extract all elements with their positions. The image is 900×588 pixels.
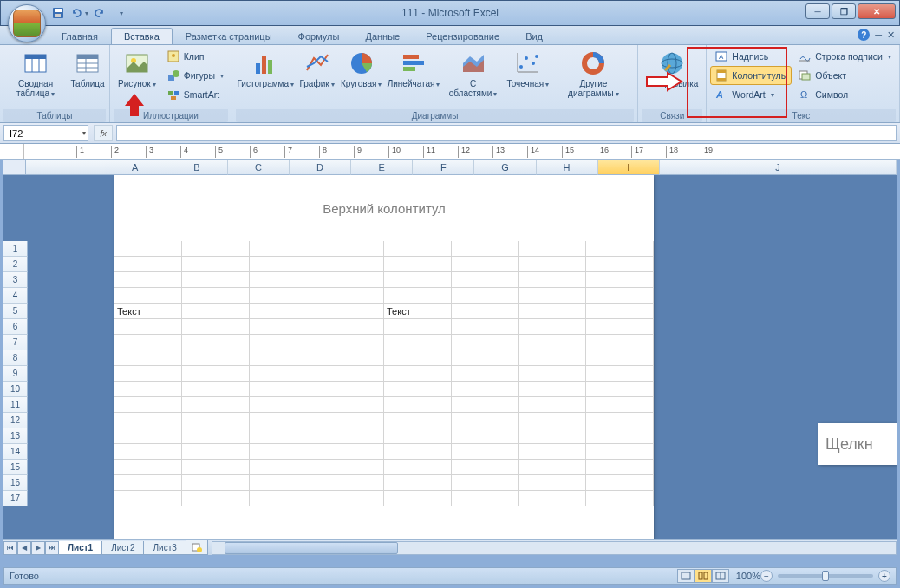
horizontal-scrollbar[interactable] [212, 541, 897, 555]
sheet-nav-prev[interactable]: ◀ [17, 541, 31, 555]
other-charts-button[interactable]: Другие диаграммы▾ [553, 47, 635, 101]
cell[interactable] [114, 288, 182, 304]
cell[interactable] [316, 366, 384, 382]
cell[interactable] [250, 413, 317, 428]
cell[interactable] [519, 366, 587, 382]
cell[interactable] [452, 350, 519, 366]
cell[interactable] [384, 413, 452, 428]
cell[interactable] [384, 272, 452, 288]
cell[interactable] [182, 304, 250, 319]
column-header[interactable]: J [660, 160, 897, 175]
row-header[interactable]: 14 [3, 444, 28, 460]
cell[interactable] [519, 288, 587, 304]
cell[interactable] [250, 428, 317, 444]
tab-data[interactable]: Данные [352, 28, 413, 44]
row-header[interactable]: 17 [3, 491, 28, 506]
smartart-button[interactable]: SmartArt [162, 85, 228, 104]
cell[interactable] [114, 272, 182, 288]
cell[interactable] [586, 428, 654, 444]
close-button[interactable]: ✕ [858, 3, 896, 19]
cell[interactable] [452, 428, 519, 444]
cell[interactable] [182, 460, 250, 475]
cell[interactable] [316, 288, 384, 304]
page-header-area[interactable]: Верхний колонтитул [114, 175, 654, 241]
cell[interactable] [250, 304, 317, 319]
cell[interactable]: Текст [114, 304, 182, 319]
row-header[interactable]: 12 [3, 413, 28, 428]
cell[interactable] [316, 491, 384, 506]
sheet-nav-first[interactable]: ⏮ [3, 541, 17, 555]
cell[interactable] [114, 366, 182, 382]
cell[interactable] [182, 350, 250, 366]
cell[interactable]: Текст [384, 304, 452, 319]
column-header[interactable]: F [413, 160, 474, 175]
cell[interactable] [384, 460, 452, 475]
table-button[interactable]: Таблица [69, 47, 106, 91]
row-header[interactable]: 11 [3, 397, 28, 413]
cell[interactable] [586, 304, 654, 319]
name-box[interactable]: I72 ▾ [3, 125, 88, 141]
cell[interactable] [519, 350, 587, 366]
cell[interactable] [586, 444, 654, 460]
cell[interactable] [114, 335, 182, 350]
cell[interactable] [519, 413, 587, 428]
cell[interactable] [114, 319, 182, 335]
row-header[interactable]: 9 [3, 366, 28, 382]
cell[interactable] [250, 397, 317, 413]
sheet-nav-next[interactable]: ▶ [31, 541, 45, 555]
cell[interactable] [182, 382, 250, 397]
cell[interactable] [586, 397, 654, 413]
area-chart-button[interactable]: С областями▾ [443, 47, 503, 101]
cell[interactable] [519, 460, 587, 475]
cell[interactable] [452, 413, 519, 428]
cell[interactable] [182, 335, 250, 350]
cell[interactable] [519, 491, 587, 506]
cell[interactable] [519, 444, 587, 460]
zoom-slider[interactable] [778, 574, 873, 578]
cell[interactable] [452, 241, 519, 257]
tab-view[interactable]: Вид [512, 28, 556, 44]
cell[interactable] [519, 475, 587, 491]
tab-home[interactable]: Главная [49, 28, 111, 44]
cell[interactable] [316, 382, 384, 397]
qat-customize-button[interactable]: ▾ [112, 4, 129, 22]
pivot-table-button[interactable]: Сводная таблица▾ [3, 47, 68, 101]
cell[interactable] [519, 382, 587, 397]
tab-insert[interactable]: Вставка [111, 28, 173, 44]
shapes-button[interactable]: Фигуры▾ [162, 66, 228, 85]
cell[interactable] [586, 241, 654, 257]
column-header[interactable]: G [474, 160, 536, 175]
cell[interactable] [452, 304, 519, 319]
sheet-tab-1[interactable]: Лист1 [58, 541, 102, 555]
cell[interactable] [182, 257, 250, 272]
column-header[interactable]: B [166, 160, 228, 175]
cell[interactable] [250, 288, 317, 304]
cell[interactable] [316, 335, 384, 350]
cell[interactable] [384, 335, 452, 350]
cell[interactable] [114, 491, 182, 506]
cell[interactable] [586, 288, 654, 304]
cell[interactable] [114, 475, 182, 491]
cell[interactable] [114, 257, 182, 272]
sheet-tab-2[interactable]: Лист2 [101, 541, 144, 555]
view-page-layout-button[interactable] [695, 569, 712, 583]
row-header[interactable]: 10 [3, 382, 28, 397]
cell[interactable] [182, 413, 250, 428]
cell[interactable] [586, 382, 654, 397]
cell[interactable] [114, 428, 182, 444]
row-header[interactable]: 13 [3, 428, 28, 444]
cell[interactable] [384, 491, 452, 506]
cell[interactable] [519, 304, 587, 319]
cell[interactable] [452, 366, 519, 382]
cell[interactable] [519, 272, 587, 288]
cell[interactable] [519, 397, 587, 413]
cell[interactable] [250, 241, 317, 257]
minimize-ribbon-button[interactable]: ─ [875, 29, 882, 40]
view-normal-button[interactable] [677, 569, 695, 583]
row-header[interactable]: 16 [3, 475, 28, 491]
cells-grid[interactable]: ТекстТекст [114, 241, 654, 506]
cell[interactable] [384, 257, 452, 272]
cell[interactable] [250, 319, 317, 335]
cell[interactable] [586, 366, 654, 382]
cell[interactable] [586, 475, 654, 491]
